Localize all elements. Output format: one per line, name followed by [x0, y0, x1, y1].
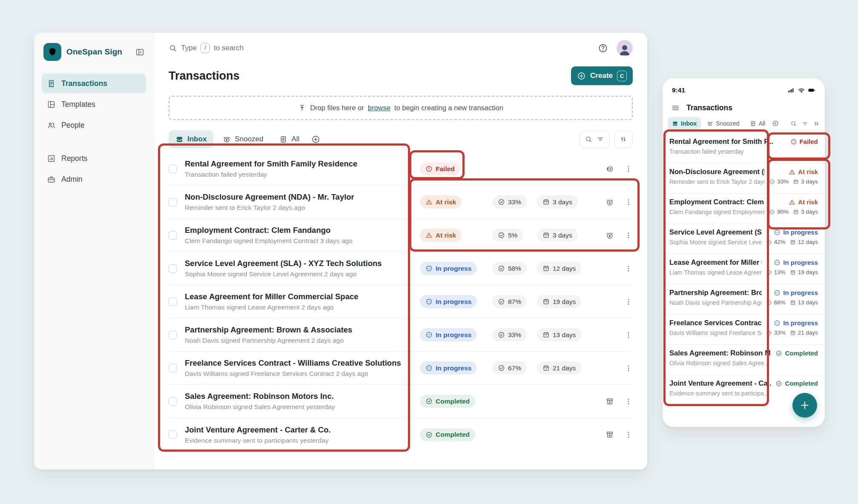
- sidebar-item-admin[interactable]: Admin: [42, 169, 146, 189]
- status-cell: In progress: [420, 328, 492, 341]
- row-checkbox[interactable]: [169, 298, 177, 306]
- mobile-list-item[interactable]: Non-Disclosure Agreement (ND...Reminder …: [663, 163, 825, 193]
- status-cell: Completed: [420, 428, 492, 441]
- restart-icon[interactable]: [605, 165, 614, 173]
- table-row[interactable]: Sales Agreement: Robinson Motors Inc.Oli…: [169, 385, 633, 418]
- status-cell: At risk: [420, 195, 492, 209]
- transaction-title: Partnership Agreement: Brown...: [669, 289, 762, 297]
- tab-label: All: [759, 120, 766, 127]
- percent-badge: 58%: [492, 262, 527, 275]
- sort-button[interactable]: [614, 131, 633, 148]
- mobile-list-item[interactable]: Rental Agreement for Smith F...Transacti…: [663, 133, 825, 163]
- help-icon[interactable]: [598, 43, 608, 53]
- sidebar-item-people[interactable]: People: [42, 115, 146, 135]
- table-row[interactable]: Employment Contract: Clem FandangoClem F…: [169, 219, 633, 252]
- table-row[interactable]: Joint Venture Agreement - Carter & Co.Ev…: [169, 418, 633, 451]
- row-metrics: 90%3 days: [769, 209, 818, 215]
- tab-all[interactable]: All: [746, 117, 770, 130]
- collapse-sidebar-icon[interactable]: [135, 48, 144, 57]
- days-value: 19 days: [798, 269, 818, 275]
- search-placeholder-prefix: Type: [181, 44, 197, 52]
- sidebar-item-label: Admin: [61, 175, 83, 184]
- table-row[interactable]: Rental Agreement for Smith Family Reside…: [169, 152, 633, 186]
- transaction-title: Non-Disclosure Agreement (NDA) - Mr. Tay…: [185, 192, 420, 202]
- table-row[interactable]: Service Level Agreement (SLA) - XYZ Tech…: [169, 252, 633, 285]
- row-checkbox[interactable]: [169, 231, 177, 240]
- avatar[interactable]: [617, 40, 633, 56]
- slash-keycap: /: [201, 43, 210, 53]
- tab-snoozed[interactable]: Snoozed: [216, 130, 270, 148]
- search-filter-button[interactable]: [579, 131, 610, 148]
- kebab-menu-icon[interactable]: [624, 165, 633, 173]
- kebab-menu-icon[interactable]: [624, 430, 633, 439]
- kebab-menu-icon[interactable]: [624, 331, 633, 339]
- snooze-icon[interactable]: [605, 231, 614, 240]
- archive-icon[interactable]: [605, 397, 614, 406]
- row-checkbox[interactable]: [169, 198, 177, 206]
- sidebar-item-transactions[interactable]: Transactions: [42, 74, 146, 93]
- kebab-menu-icon[interactable]: [624, 264, 633, 273]
- dropzone[interactable]: Drop files here or browse to begin creat…: [169, 96, 633, 120]
- row-checkbox[interactable]: [169, 397, 177, 406]
- sidebar-item-templates[interactable]: Templates: [42, 94, 146, 114]
- mobile-list-item[interactable]: Sales Agreement: Robinson M...Olivia Rob…: [663, 344, 825, 375]
- transaction-subtitle: Transaction failed yesterday: [669, 148, 786, 155]
- row-text: Partnership Agreement: Brown & Associate…: [185, 325, 420, 344]
- create-fab-button[interactable]: [792, 393, 817, 418]
- add-view-icon[interactable]: [772, 120, 779, 127]
- table-row[interactable]: Non-Disclosure Agreement (NDA) - Mr. Tay…: [169, 186, 633, 219]
- status-badge: Completed: [420, 395, 475, 408]
- warning-circle-icon: [425, 198, 433, 206]
- table-row[interactable]: Freelance Services Contract - Williams C…: [169, 352, 633, 385]
- row-checkbox[interactable]: [169, 430, 177, 439]
- tab-inbox[interactable]: Inbox: [668, 117, 701, 130]
- days-badge: 21 days: [537, 361, 581, 375]
- calendar-icon: [793, 179, 799, 185]
- add-view-icon[interactable]: [311, 135, 320, 144]
- search-icon[interactable]: [790, 120, 797, 127]
- table-row[interactable]: Partnership Agreement: Brown & Associate…: [169, 318, 633, 352]
- kebab-menu-icon[interactable]: [624, 397, 633, 406]
- row-checkbox[interactable]: [169, 331, 177, 339]
- row-text: Rental Agreement for Smith Family Reside…: [185, 159, 420, 178]
- kebab-menu-icon[interactable]: [624, 298, 633, 306]
- search-input[interactable]: Type / to search: [169, 43, 244, 53]
- kebab-menu-icon[interactable]: [624, 364, 633, 372]
- mobile-list-item[interactable]: Lease Agreement for Miller Co...Liam Tho…: [663, 254, 825, 284]
- mobile-list-item[interactable]: Employment Contract: Clem Fa...Clem Fand…: [663, 193, 825, 223]
- transaction-title: Sales Agreement: Robinson Motors Inc.: [185, 392, 420, 401]
- browse-link[interactable]: browse: [368, 104, 390, 112]
- percent-value: 67%: [508, 364, 521, 372]
- tab-snoozed[interactable]: Snoozed: [703, 117, 743, 130]
- days-badge: 12 days: [537, 262, 581, 275]
- tab-inbox[interactable]: Inbox: [169, 130, 213, 148]
- mobile-list-item[interactable]: Freelance Services Contract -...Davis Wi…: [663, 314, 825, 344]
- main-content: Type / to search Transactions Create C D…: [154, 33, 647, 470]
- row-checkbox[interactable]: [169, 364, 177, 372]
- days-cell: 21 days: [537, 361, 592, 375]
- percent-value: 42%: [774, 239, 786, 245]
- sort-icon[interactable]: [813, 120, 820, 127]
- status-label: Failed: [436, 165, 455, 173]
- kebab-menu-icon[interactable]: [624, 231, 633, 240]
- calendar-icon: [790, 269, 796, 275]
- mobile-row-status: At risk90%3 days: [769, 198, 818, 223]
- snooze-icon[interactable]: [605, 198, 614, 206]
- transaction-title: Freelance Services Contract - Williams C…: [185, 358, 420, 368]
- hamburger-menu-icon[interactable]: [671, 103, 680, 112]
- filter-icon[interactable]: [802, 120, 808, 127]
- mobile-row-text: Partnership Agreement: Brown...Noah Davi…: [669, 289, 762, 314]
- table-row[interactable]: Lease Agreement for Miller Commercial Sp…: [169, 285, 633, 318]
- days-cell: 3 days: [537, 229, 592, 242]
- transaction-title: Rental Agreement for Smith F...: [669, 137, 786, 146]
- tab-all[interactable]: All: [273, 130, 306, 148]
- create-button[interactable]: Create C: [571, 66, 633, 85]
- row-checkbox[interactable]: [169, 165, 177, 173]
- archive-icon[interactable]: [605, 430, 614, 439]
- mobile-list-item[interactable]: Partnership Agreement: Brown...Noah Davi…: [663, 284, 825, 314]
- sidebar-item-reports[interactable]: Reports: [42, 149, 146, 168]
- row-checkbox[interactable]: [169, 264, 177, 273]
- status-badge: In progress: [774, 259, 818, 266]
- mobile-list-item[interactable]: Service Level Agreement (SLA)...Sophia M…: [663, 223, 825, 254]
- kebab-menu-icon[interactable]: [624, 198, 633, 206]
